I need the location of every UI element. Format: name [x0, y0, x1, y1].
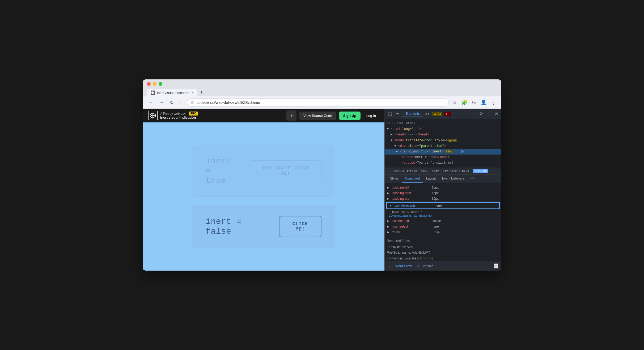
devtools-bottom-bar: ⋮ What's new ✕ Console ✕ [385, 261, 501, 271]
extensions-button[interactable]: 🧩 [460, 99, 468, 106]
css-expand-icon[interactable]: ▶ [387, 197, 389, 200]
main-content: A Pen by web.dev PRO inert visual-indica… [143, 109, 384, 271]
back-button[interactable]: ← [147, 99, 155, 106]
cp-pen-info: A Pen by web.dev PRO inert visual-indica… [160, 112, 198, 119]
active-tab[interactable]: inert visual-indication × [147, 89, 197, 96]
devtools-toolbar: ⬚ ▭ Elements >> ▲ 13 ■ 7 ⚙ ⋮ ✕ [385, 109, 501, 119]
tab-computed[interactable]: Computed [402, 174, 423, 183]
css-expand-icon[interactable]: ▶ [387, 186, 389, 189]
maximize-button[interactable] [159, 82, 162, 86]
address-bar[interactable]: ⚿ codepen.io/web-dot-dev/full/ZEvdmmo [187, 99, 449, 106]
rendered-fonts-section: Rendered Fonts Family name: Arial PostSc… [385, 237, 501, 261]
dt-elements-tab[interactable]: Elements [402, 110, 423, 117]
minimize-button[interactable] [153, 82, 156, 86]
dom-div-box-selected[interactable]: ▶ <div class="box" inert>flex== $0 [385, 149, 501, 155]
codepen-header: A Pen by web.dev PRO inert visual-indica… [143, 109, 384, 122]
lock-icon: ⚿ [191, 101, 194, 104]
dom-code[interactable]: <code>inert = true</code> [387, 155, 499, 160]
dom-breadcrumb: … › .result-iframe › html › body › div.p… [385, 168, 501, 174]
dt-kebab-button[interactable]: ⋮ [486, 110, 492, 117]
cp-login-button[interactable]: Log In [363, 112, 379, 120]
dt-bottom-close-button[interactable]: ✕ [494, 263, 498, 268]
inert-true-box: inert =true YOU CAN'T CLICK ME! [192, 145, 335, 197]
css-expand-icon[interactable]: ▶ [387, 219, 389, 223]
tab-close-icon[interactable]: × [191, 91, 193, 95]
bc-ellipsis: … [387, 169, 389, 173]
cant-click-button: YOU CAN'T CLICK ME! [250, 160, 321, 181]
home-button[interactable]: ⌂ [178, 99, 184, 106]
computed-section: ▶ padding-left 16px ▶ padding-right 16px… [385, 183, 501, 237]
bc-div-parent[interactable]: div.parent.blue [443, 169, 469, 173]
bc-html[interactable]: html [421, 169, 428, 173]
dt-error-badge[interactable]: ■ 7 [444, 112, 451, 116]
tab-favicon [151, 91, 155, 95]
css-pointer-events-row: ▼ pointer-events none [386, 202, 500, 209]
dom-head[interactable]: ▶ <head> ··· </head> [387, 132, 499, 138]
dom-body[interactable]: ▼ <body translate="no" style=>grid [387, 138, 499, 143]
cp-pen-name: inert visual-indication [160, 116, 198, 119]
tabs-row: inert visual-indication × + [147, 88, 497, 96]
cp-logo: A Pen by web.dev PRO inert visual-indica… [148, 111, 198, 120]
close-button[interactable] [147, 82, 151, 86]
css-pointer-events-sub: none [inert], [inert] * * [387, 210, 499, 214]
rendered-fonts-title: Rendered Fonts [387, 239, 499, 243]
forward-button[interactable]: → [158, 99, 166, 106]
cp-pen-meta: A Pen by web.dev [160, 112, 186, 116]
dt-more-tabs[interactable]: >> [425, 112, 429, 116]
cp-pro-badge: PRO [189, 112, 198, 116]
dt-inspect-button[interactable]: ⬚ [387, 110, 393, 117]
cp-actions: ♥ View Source Code Sign Up Log In [286, 110, 379, 121]
css-user-select-row: ▶ user-select none [387, 224, 499, 229]
inert-true-label: inert =true [206, 156, 239, 186]
dom-html[interactable]: ▼ <html lang="en"> [387, 126, 499, 132]
svg-marker-0 [151, 91, 154, 94]
inert-false-label: inert = false [206, 217, 268, 236]
rendered-fonts-origin: Font origin: Local file (18 glyphs) [387, 256, 499, 261]
dt-bottom-menu[interactable]: ⋮ [388, 264, 391, 268]
dt-whats-new-tab[interactable]: What's new [393, 264, 414, 268]
inert-false-box: inert = false CLICK ME! [192, 205, 335, 248]
demo-page: inert =true YOU CAN'T CLICK ME! inert = … [143, 122, 384, 271]
codepen-logo-icon [148, 111, 158, 120]
content-area: A Pen by web.dev PRO inert visual-indica… [143, 109, 501, 271]
tab-more-styles[interactable]: >> [467, 174, 477, 183]
new-tab-button[interactable]: + [197, 88, 206, 96]
dom-button[interactable]: <button>You can't click me! [387, 160, 499, 166]
bc-div-box[interactable]: div.box [473, 169, 488, 173]
css-expand-icon[interactable]: ▶ [387, 225, 389, 228]
styles-tabs: Styles Computed Layout Event Listeners >… [385, 174, 501, 183]
refresh-button[interactable]: ↻ [168, 99, 175, 106]
bookmark-button[interactable]: ☆ [451, 99, 458, 106]
cp-signup-button[interactable]: Sign Up [339, 112, 361, 120]
dt-whats-new-close[interactable]: ✕ [417, 264, 420, 268]
bc-iframe[interactable]: .result-iframe [392, 169, 417, 173]
css-pointer-expand-icon[interactable]: ▼ [389, 204, 392, 207]
browser-window: inert visual-indication × + ← → ↻ ⌂ ⚿ co… [143, 79, 501, 271]
cp-view-source-button[interactable]: View Source Code [299, 112, 336, 120]
tab-event-listeners[interactable]: Event Listeners [439, 174, 467, 183]
tab-styles[interactable]: Styles [387, 174, 402, 183]
tab-layout[interactable]: Layout [423, 174, 439, 183]
menu-button[interactable]: ⋮ [490, 99, 497, 106]
css-padding-top-row: ▶ padding-top 16px [387, 196, 499, 202]
click-me-button[interactable]: CLICK ME! [279, 216, 321, 237]
dom-div-parent[interactable]: ▼ <div class="parent blue"> [387, 143, 499, 149]
computed-styles-panel: ▶ padding-left 16px ▶ padding-right 16px… [385, 183, 501, 261]
css-expand-icon[interactable]: ▶ [387, 230, 389, 234]
cp-heart-button[interactable]: ♥ [286, 110, 296, 121]
rendered-fonts-postscript: PostScript name: Arial-BoldMT [387, 250, 499, 256]
title-bar: inert visual-indication × + [143, 79, 501, 96]
devtools-panel: ⬚ ▭ Elements >> ▲ 13 ■ 7 ⚙ ⋮ ✕ <!DOCTYPE… [384, 109, 501, 271]
dt-close-button[interactable]: ✕ [494, 110, 499, 117]
traffic-lights [147, 82, 497, 86]
dt-settings-button[interactable]: ⚙ [478, 110, 484, 117]
dt-warning-badge[interactable]: ▲ 13 [432, 112, 442, 116]
url-text: codepen.io/web-dot-dev/full/ZEvdmmo [197, 100, 444, 105]
dt-console-tab[interactable]: Console [422, 264, 433, 268]
css-unicode-bidi-row: ▶ unicode-bidi isolate [387, 218, 499, 224]
dt-device-button[interactable]: ▭ [395, 110, 401, 117]
profile-button[interactable]: 👤 [480, 99, 488, 106]
css-expand-icon[interactable]: ▶ [387, 191, 389, 195]
google-button[interactable]: G [471, 99, 477, 106]
bc-body[interactable]: body [432, 169, 439, 173]
